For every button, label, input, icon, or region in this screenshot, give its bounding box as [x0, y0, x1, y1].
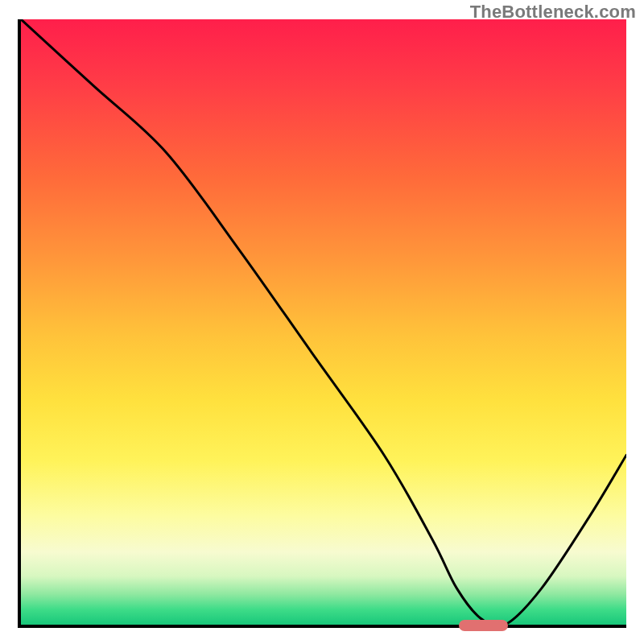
chart-stage: TheBottleneck.com [0, 0, 644, 644]
minimum-marker [459, 620, 507, 631]
curve-layer [21, 19, 626, 625]
plot-area [18, 19, 626, 628]
curve-path [21, 19, 626, 625]
